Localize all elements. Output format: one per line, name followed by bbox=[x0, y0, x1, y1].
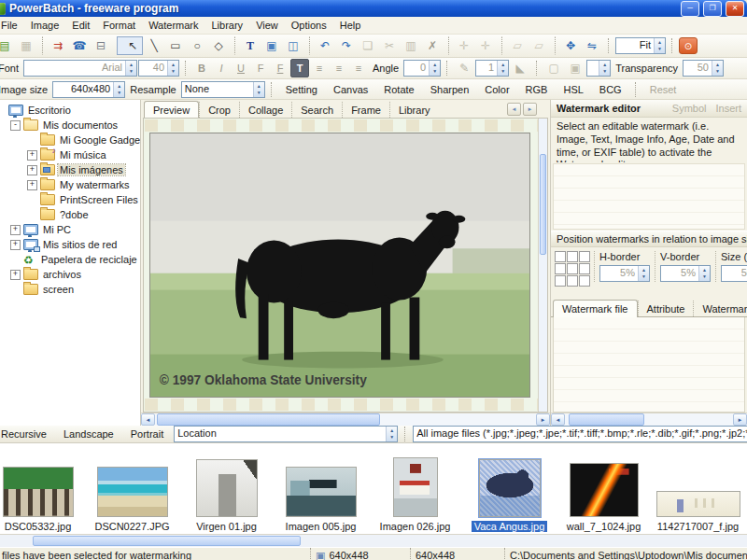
preview-tab[interactable]: Library bbox=[389, 102, 439, 118]
watermark-file-list[interactable] bbox=[553, 317, 745, 413]
preview-image[interactable]: © 1997 Oklahoma State University bbox=[149, 133, 530, 398]
preview-area[interactable]: © 1997 Oklahoma State University bbox=[143, 118, 548, 413]
scroll-left-button[interactable]: ◄ bbox=[551, 413, 565, 426]
bold-button[interactable]: B bbox=[192, 59, 211, 77]
align-center-icon[interactable]: ≡ bbox=[330, 59, 348, 77]
menu-item[interactable]: Options bbox=[285, 18, 333, 33]
thumbnail-image[interactable] bbox=[286, 467, 357, 517]
italic-button[interactable]: I bbox=[212, 59, 231, 77]
tree-item[interactable]: +Mis sitios de red bbox=[0, 237, 140, 252]
paste-icon[interactable]: ▥ bbox=[401, 36, 421, 55]
watermark-tab[interactable]: Watermark bbox=[693, 301, 747, 316]
scroll-right-button[interactable]: ► bbox=[536, 413, 550, 426]
preview-tab[interactable]: Crop bbox=[199, 102, 239, 118]
position-checkbox[interactable] bbox=[555, 275, 566, 287]
watermark-list-scrollbar[interactable]: ◄ ► bbox=[551, 413, 747, 426]
align-horizontal-icon[interactable]: ✛ bbox=[448, 36, 474, 55]
menu-item[interactable]: Watermark bbox=[142, 18, 204, 33]
thumbnail-scrollbar[interactable] bbox=[0, 534, 747, 547]
flip-icon[interactable]: ⇋ bbox=[582, 36, 602, 55]
tree-item[interactable]: Papelera de reciclaje bbox=[0, 252, 140, 267]
fill-style-icon[interactable]: ▣ bbox=[565, 59, 585, 77]
transparency-spinner[interactable]: 50 bbox=[683, 60, 724, 77]
spinner-buttons[interactable] bbox=[113, 82, 124, 97]
text-watermark-icon[interactable]: T bbox=[234, 36, 261, 55]
align-right-icon[interactable]: ≡ bbox=[349, 59, 368, 77]
insert-button[interactable]: Insert bbox=[715, 103, 741, 114]
tree-item[interactable]: +My watermarks bbox=[0, 177, 140, 192]
group-icon[interactable]: ▱ bbox=[501, 36, 528, 55]
thumbnail-item[interactable]: Vaca Angus.jpg bbox=[462, 446, 557, 534]
scrollbar-track[interactable] bbox=[155, 413, 536, 426]
spinner-buttons[interactable] bbox=[599, 61, 610, 76]
thumbnail-item[interactable]: Virgen 01.jpg bbox=[179, 446, 274, 534]
adjust-button[interactable]: BCG bbox=[592, 82, 629, 97]
scrollbar-thumb[interactable] bbox=[33, 536, 301, 546]
position-checkbox[interactable] bbox=[579, 275, 590, 287]
filter-toggle-button[interactable]: Portrait bbox=[122, 427, 172, 441]
thumbnail-image[interactable] bbox=[570, 463, 639, 517]
align-vertical-icon[interactable]: ✛ bbox=[475, 36, 496, 55]
ungroup-icon[interactable]: ▱ bbox=[529, 36, 549, 55]
tree-item[interactable]: Mi Google Gadgets bbox=[0, 133, 140, 147]
cut-icon[interactable]: ✂ bbox=[379, 36, 400, 55]
thumbnail-image[interactable] bbox=[393, 457, 438, 517]
select-tool-icon[interactable]: ↖ bbox=[117, 36, 143, 55]
tree-item[interactable]: +Mis imágenes bbox=[0, 162, 140, 177]
resample-select[interactable]: None bbox=[181, 81, 265, 98]
power-button[interactable]: ⊙ bbox=[679, 37, 698, 54]
filter-toggle-button[interactable]: Landscape bbox=[55, 427, 122, 441]
adjust-button[interactable]: Canvas bbox=[326, 82, 375, 97]
tree-expander[interactable]: + bbox=[27, 165, 37, 175]
zoom-fit-spinner[interactable]: Fit bbox=[615, 37, 666, 54]
tree-item[interactable]: PrintScreen Files bbox=[0, 192, 140, 207]
tree-item[interactable]: -Mis documentos bbox=[0, 118, 140, 133]
adjust-button[interactable]: Color bbox=[477, 82, 516, 97]
adjust-button[interactable]: RGB bbox=[518, 82, 556, 97]
spinner-buttons[interactable] bbox=[638, 266, 649, 281]
position-checkbox[interactable] bbox=[567, 251, 578, 262]
spinner-buttons[interactable] bbox=[497, 61, 508, 76]
menu-item[interactable]: Help bbox=[333, 18, 368, 33]
thumbnail-image[interactable] bbox=[196, 459, 258, 517]
position-checkbox[interactable] bbox=[567, 263, 578, 274]
position-checkbox[interactable] bbox=[579, 251, 590, 262]
spinner-buttons[interactable] bbox=[698, 266, 710, 281]
image-watermark-icon[interactable]: ▣ bbox=[261, 36, 282, 55]
tree-item[interactable]: screen bbox=[0, 282, 140, 297]
h-border-spinner[interactable]: 5% bbox=[599, 265, 650, 282]
exif-watermark-icon[interactable]: ◫ bbox=[283, 36, 303, 55]
tree-expander[interactable]: + bbox=[27, 180, 37, 190]
image-size-spinner[interactable]: 640x480 bbox=[52, 81, 125, 98]
watermark-editor-canvas[interactable] bbox=[553, 163, 745, 230]
move-icon[interactable]: ✥ bbox=[555, 36, 581, 55]
border-style-icon[interactable]: ▢ bbox=[543, 59, 564, 77]
scrollbar-thumb[interactable] bbox=[540, 154, 546, 256]
symbol-button[interactable]: Symbol bbox=[672, 103, 707, 114]
scrollbar-thumb[interactable] bbox=[157, 413, 380, 426]
stroke-width-spinner[interactable]: 1 bbox=[475, 60, 509, 77]
tree-expander[interactable]: + bbox=[10, 225, 21, 235]
align-left-icon[interactable]: ≡ bbox=[310, 59, 329, 77]
underline-button[interactable]: U bbox=[232, 59, 250, 77]
watermark-tab[interactable]: Watermark file bbox=[553, 300, 638, 317]
scrollbar-track[interactable] bbox=[565, 413, 733, 426]
tree-expander[interactable]: + bbox=[10, 270, 21, 280]
thumbnail-item[interactable]: 1142717007_f.jpg bbox=[651, 446, 745, 534]
file-filter-select[interactable]: All image files (*.jpg;*.jpeg;*.jpe;*.ti… bbox=[413, 426, 747, 442]
undo-icon[interactable]: ↶ bbox=[309, 36, 335, 55]
redo-icon[interactable]: ↷ bbox=[336, 36, 357, 55]
watermark-position-grid[interactable] bbox=[555, 251, 590, 287]
tree-expander[interactable]: - bbox=[10, 120, 21, 131]
size-spinner[interactable]: 50 bbox=[721, 265, 747, 282]
thumbnail-item[interactable]: DSCN0227.JPG bbox=[85, 446, 179, 534]
maximize-button[interactable]: ❐ bbox=[703, 1, 722, 17]
line-tool-icon[interactable]: ╲ bbox=[144, 36, 164, 55]
adjust-button[interactable]: Rotate bbox=[376, 82, 421, 97]
font-family-select[interactable]: Arial bbox=[23, 60, 137, 77]
tree-item[interactable]: +archivos bbox=[0, 267, 140, 282]
thumbnail-item[interactable]: DSC05332.jpg bbox=[0, 446, 85, 534]
polygon-tool-icon[interactable]: ◇ bbox=[208, 36, 229, 55]
preview-tab[interactable]: Collage bbox=[239, 102, 291, 118]
spinner-buttons[interactable] bbox=[253, 82, 264, 97]
